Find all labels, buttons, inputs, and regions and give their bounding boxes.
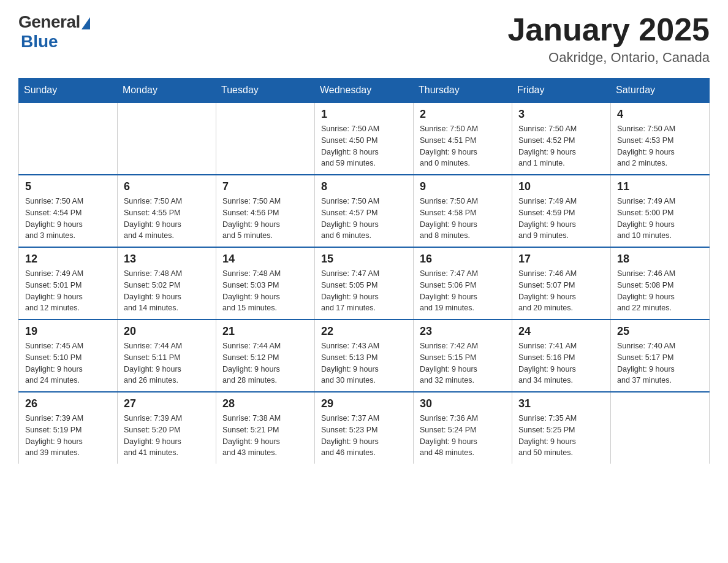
calendar-cell: 9Sunrise: 7:50 AMSunset: 4:58 PMDaylight… [414,175,512,247]
calendar-week-row: 26Sunrise: 7:39 AMSunset: 5:19 PMDayligh… [19,392,710,464]
day-info: Sunrise: 7:49 AMSunset: 4:59 PMDaylight:… [518,196,604,242]
calendar-table: SundayMondayTuesdayWednesdayThursdayFrid… [18,78,710,464]
calendar-cell: 19Sunrise: 7:45 AMSunset: 5:10 PMDayligh… [19,320,118,392]
day-info: Sunrise: 7:39 AMSunset: 5:20 PMDaylight:… [124,413,210,459]
calendar-cell: 28Sunrise: 7:38 AMSunset: 5:21 PMDayligh… [216,392,315,464]
day-info: Sunrise: 7:49 AMSunset: 5:01 PMDaylight:… [25,268,111,314]
calendar-cell: 3Sunrise: 7:50 AMSunset: 4:52 PMDaylight… [512,102,611,175]
day-number: 14 [222,253,308,266]
day-number: 9 [420,180,506,193]
calendar-cell: 21Sunrise: 7:44 AMSunset: 5:12 PMDayligh… [216,320,315,392]
day-number: 30 [420,397,506,410]
calendar-day-header: Friday [512,79,611,103]
day-number: 26 [25,397,111,410]
day-info: Sunrise: 7:48 AMSunset: 5:02 PMDaylight:… [124,268,210,314]
day-info: Sunrise: 7:50 AMSunset: 4:57 PMDaylight:… [321,196,407,242]
calendar-cell: 17Sunrise: 7:46 AMSunset: 5:07 PMDayligh… [512,247,611,320]
day-info: Sunrise: 7:47 AMSunset: 5:05 PMDaylight:… [321,268,407,314]
calendar-cell: 16Sunrise: 7:47 AMSunset: 5:06 PMDayligh… [414,247,512,320]
calendar-cell [19,102,118,175]
day-info: Sunrise: 7:43 AMSunset: 5:13 PMDaylight:… [321,340,407,386]
calendar-week-row: 12Sunrise: 7:49 AMSunset: 5:01 PMDayligh… [19,247,710,320]
logo-arrow-icon [82,17,90,29]
calendar-cell: 1Sunrise: 7:50 AMSunset: 4:50 PMDaylight… [315,102,414,175]
title-section: January 2025 Oakridge, Ontario, Canada [507,12,710,66]
day-info: Sunrise: 7:50 AMSunset: 4:58 PMDaylight:… [420,196,506,242]
calendar-cell: 30Sunrise: 7:36 AMSunset: 5:24 PMDayligh… [414,392,512,464]
day-info: Sunrise: 7:35 AMSunset: 5:25 PMDaylight:… [518,413,604,459]
day-number: 4 [617,108,703,121]
day-number: 12 [25,253,111,266]
calendar-day-header: Sunday [19,79,118,103]
calendar-cell: 10Sunrise: 7:49 AMSunset: 4:59 PMDayligh… [512,175,611,247]
calendar-day-header: Saturday [611,79,710,103]
day-info: Sunrise: 7:50 AMSunset: 4:52 PMDaylight:… [518,123,604,169]
day-number: 6 [124,180,210,193]
day-info: Sunrise: 7:46 AMSunset: 5:08 PMDaylight:… [617,268,703,314]
day-number: 28 [222,397,308,410]
calendar-cell: 4Sunrise: 7:50 AMSunset: 4:53 PMDaylight… [611,102,710,175]
calendar-cell: 29Sunrise: 7:37 AMSunset: 5:23 PMDayligh… [315,392,414,464]
day-number: 17 [518,253,604,266]
day-info: Sunrise: 7:39 AMSunset: 5:19 PMDaylight:… [25,413,111,459]
day-info: Sunrise: 7:46 AMSunset: 5:07 PMDaylight:… [518,268,604,314]
calendar-day-header: Wednesday [315,79,414,103]
calendar-cell: 23Sunrise: 7:42 AMSunset: 5:15 PMDayligh… [414,320,512,392]
calendar-cell: 20Sunrise: 7:44 AMSunset: 5:11 PMDayligh… [118,320,216,392]
calendar-cell: 15Sunrise: 7:47 AMSunset: 5:05 PMDayligh… [315,247,414,320]
day-info: Sunrise: 7:50 AMSunset: 4:51 PMDaylight:… [420,123,506,169]
day-number: 10 [518,180,604,193]
day-number: 29 [321,397,407,410]
calendar-day-header: Monday [118,79,216,103]
day-number: 13 [124,253,210,266]
calendar-header-row: SundayMondayTuesdayWednesdayThursdayFrid… [19,79,710,103]
calendar-cell: 18Sunrise: 7:46 AMSunset: 5:08 PMDayligh… [611,247,710,320]
day-info: Sunrise: 7:47 AMSunset: 5:06 PMDaylight:… [420,268,506,314]
calendar-body: 1Sunrise: 7:50 AMSunset: 4:50 PMDaylight… [19,102,710,464]
day-number: 19 [25,325,111,338]
day-number: 18 [617,253,703,266]
day-number: 20 [124,325,210,338]
calendar-cell: 5Sunrise: 7:50 AMSunset: 4:54 PMDaylight… [19,175,118,247]
day-info: Sunrise: 7:42 AMSunset: 5:15 PMDaylight:… [420,340,506,386]
day-info: Sunrise: 7:38 AMSunset: 5:21 PMDaylight:… [222,413,308,459]
logo-general-text: General [18,12,80,32]
calendar-cell: 6Sunrise: 7:50 AMSunset: 4:55 PMDaylight… [118,175,216,247]
calendar-cell: 13Sunrise: 7:48 AMSunset: 5:02 PMDayligh… [118,247,216,320]
location-text: Oakridge, Ontario, Canada [507,50,710,66]
logo-blue-text: Blue [21,32,58,52]
calendar-cell [216,102,315,175]
logo: General Blue [18,12,90,52]
day-number: 1 [321,108,407,121]
day-number: 2 [420,108,506,121]
day-info: Sunrise: 7:44 AMSunset: 5:11 PMDaylight:… [124,340,210,386]
calendar-cell: 8Sunrise: 7:50 AMSunset: 4:57 PMDaylight… [315,175,414,247]
day-number: 8 [321,180,407,193]
calendar-cell: 31Sunrise: 7:35 AMSunset: 5:25 PMDayligh… [512,392,611,464]
calendar-cell [611,392,710,464]
calendar-cell: 25Sunrise: 7:40 AMSunset: 5:17 PMDayligh… [611,320,710,392]
calendar-week-row: 19Sunrise: 7:45 AMSunset: 5:10 PMDayligh… [19,320,710,392]
calendar-cell: 27Sunrise: 7:39 AMSunset: 5:20 PMDayligh… [118,392,216,464]
day-number: 3 [518,108,604,121]
calendar-day-header: Tuesday [216,79,315,103]
day-info: Sunrise: 7:37 AMSunset: 5:23 PMDaylight:… [321,413,407,459]
day-number: 31 [518,397,604,410]
day-number: 11 [617,180,703,193]
day-number: 23 [420,325,506,338]
day-info: Sunrise: 7:41 AMSunset: 5:16 PMDaylight:… [518,340,604,386]
calendar-cell: 26Sunrise: 7:39 AMSunset: 5:19 PMDayligh… [19,392,118,464]
calendar-cell: 14Sunrise: 7:48 AMSunset: 5:03 PMDayligh… [216,247,315,320]
day-info: Sunrise: 7:50 AMSunset: 4:56 PMDaylight:… [222,196,308,242]
day-info: Sunrise: 7:49 AMSunset: 5:00 PMDaylight:… [617,196,703,242]
day-number: 21 [222,325,308,338]
day-info: Sunrise: 7:50 AMSunset: 4:50 PMDaylight:… [321,123,407,169]
day-info: Sunrise: 7:50 AMSunset: 4:54 PMDaylight:… [25,196,111,242]
calendar-cell: 22Sunrise: 7:43 AMSunset: 5:13 PMDayligh… [315,320,414,392]
calendar-cell: 7Sunrise: 7:50 AMSunset: 4:56 PMDaylight… [216,175,315,247]
calendar-cell: 12Sunrise: 7:49 AMSunset: 5:01 PMDayligh… [19,247,118,320]
calendar-day-header: Thursday [414,79,512,103]
day-info: Sunrise: 7:44 AMSunset: 5:12 PMDaylight:… [222,340,308,386]
day-info: Sunrise: 7:48 AMSunset: 5:03 PMDaylight:… [222,268,308,314]
day-number: 27 [124,397,210,410]
